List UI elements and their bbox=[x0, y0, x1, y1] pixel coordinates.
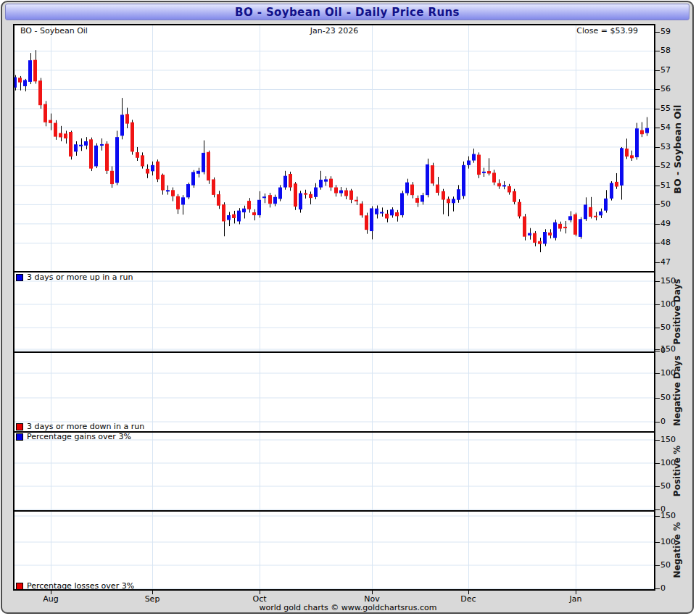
legend-negative-pct: Percentage losses over 3% bbox=[16, 582, 134, 590]
candle-body bbox=[492, 172, 496, 182]
candle-body bbox=[360, 204, 363, 215]
candle-body bbox=[553, 222, 557, 238]
price-tick-label: 57 bbox=[660, 65, 671, 75]
candle-body bbox=[283, 176, 287, 188]
candle-body bbox=[151, 165, 154, 171]
candle-body bbox=[84, 141, 88, 146]
candle-body bbox=[186, 184, 190, 197]
candle-body bbox=[385, 214, 389, 219]
negative-pct-tick bbox=[655, 542, 660, 543]
candle-body bbox=[640, 130, 644, 135]
candle-body bbox=[304, 193, 307, 195]
candle-body bbox=[161, 175, 165, 190]
candle-body bbox=[523, 217, 526, 237]
candle-body bbox=[573, 215, 577, 235]
candle-body bbox=[329, 179, 333, 188]
window-title: BO - Soybean Oil - Daily Price Runs bbox=[235, 6, 460, 19]
candle-body bbox=[365, 215, 368, 230]
candle-body bbox=[405, 183, 409, 193]
candle-body bbox=[227, 215, 231, 220]
candle-body bbox=[487, 171, 491, 173]
candle-body bbox=[100, 144, 104, 146]
candle-body bbox=[334, 188, 338, 193]
candle-body bbox=[59, 133, 62, 138]
candle-body bbox=[217, 194, 220, 206]
candle-body bbox=[105, 143, 109, 170]
candle-body bbox=[74, 144, 78, 151]
candle-body bbox=[273, 197, 277, 204]
positive-days-tick-label: 50 bbox=[660, 322, 671, 332]
candle-body bbox=[355, 200, 358, 201]
candle-body bbox=[420, 195, 424, 201]
price-tick bbox=[655, 224, 660, 225]
candle-body bbox=[289, 174, 292, 188]
legend-swatch-red-icon bbox=[16, 583, 23, 590]
candle-body bbox=[136, 152, 139, 158]
candle-body bbox=[558, 224, 562, 229]
legend-text: Percentage gains over 3% bbox=[27, 433, 131, 441]
candle-body bbox=[156, 162, 160, 180]
price-tick bbox=[655, 32, 660, 33]
negative-days-tick-label: 100 bbox=[660, 368, 676, 378]
price-tick-label: 54 bbox=[660, 122, 671, 132]
candle-body bbox=[202, 153, 205, 172]
candle-body bbox=[415, 198, 419, 203]
candle-body bbox=[294, 183, 297, 207]
candle-body bbox=[375, 209, 378, 215]
candle-body bbox=[610, 183, 613, 198]
price-tick-label: 48 bbox=[660, 238, 671, 247]
candle-body bbox=[462, 165, 465, 196]
price-tick bbox=[655, 70, 660, 71]
positive-pct-tick bbox=[655, 463, 660, 464]
legend-swatch-blue-icon bbox=[16, 433, 23, 441]
candle-body bbox=[212, 179, 215, 194]
price-tick bbox=[655, 128, 660, 128]
candle-body bbox=[141, 155, 144, 166]
candle-body bbox=[44, 104, 47, 122]
positive-pct-tick bbox=[655, 509, 660, 510]
price-tick bbox=[655, 109, 660, 109]
month-label: Dec bbox=[456, 594, 481, 604]
legend-text: 3 days or more down in a run bbox=[27, 423, 144, 430]
price-tick-label: 59 bbox=[660, 27, 671, 36]
legend-text: 3 days or more up in a run bbox=[27, 273, 133, 281]
candle-body bbox=[349, 191, 353, 200]
candle-body bbox=[309, 194, 312, 198]
candle-body bbox=[28, 60, 32, 82]
candle-body bbox=[635, 128, 639, 157]
candle-body bbox=[18, 78, 22, 82]
candle-body bbox=[472, 154, 476, 160]
candle-body bbox=[447, 199, 450, 203]
month-label: Aug bbox=[38, 594, 63, 604]
candle-body bbox=[645, 128, 649, 133]
candle-body bbox=[400, 193, 404, 215]
price-tick bbox=[655, 147, 660, 148]
candle-body bbox=[477, 155, 481, 175]
candle-body bbox=[615, 182, 618, 187]
y-axis-title-negative-pct: Negative % bbox=[672, 523, 682, 578]
positive-pct-tick-label: 150 bbox=[660, 435, 676, 444]
y-axis-title-positive-days: Positive Days bbox=[672, 279, 682, 345]
candle-body bbox=[242, 209, 246, 212]
positive-pct-tick-label: 100 bbox=[660, 458, 676, 467]
candle-body bbox=[232, 215, 236, 218]
candle-body bbox=[171, 190, 175, 196]
y-axis-title-positive-pct: Positive % bbox=[672, 446, 682, 496]
candle-body bbox=[125, 114, 129, 123]
candle-body bbox=[278, 188, 282, 199]
month-label: Nov bbox=[360, 594, 384, 604]
candle-body bbox=[497, 183, 501, 187]
title-bar: BO - Soybean Oil - Daily Price Runs bbox=[5, 4, 689, 20]
price-tick-label: 47 bbox=[660, 257, 671, 267]
candle-body bbox=[166, 190, 170, 191]
negative-pct-tick bbox=[655, 565, 660, 566]
candle-body bbox=[589, 207, 592, 217]
positive-days-tick bbox=[655, 351, 660, 351]
price-tick bbox=[655, 204, 660, 205]
candle-body bbox=[502, 185, 506, 186]
negative-days-tick bbox=[655, 422, 660, 423]
candle-body bbox=[528, 233, 531, 236]
candle-body bbox=[146, 169, 149, 174]
candle-body bbox=[319, 180, 323, 188]
candle-body bbox=[196, 171, 200, 174]
